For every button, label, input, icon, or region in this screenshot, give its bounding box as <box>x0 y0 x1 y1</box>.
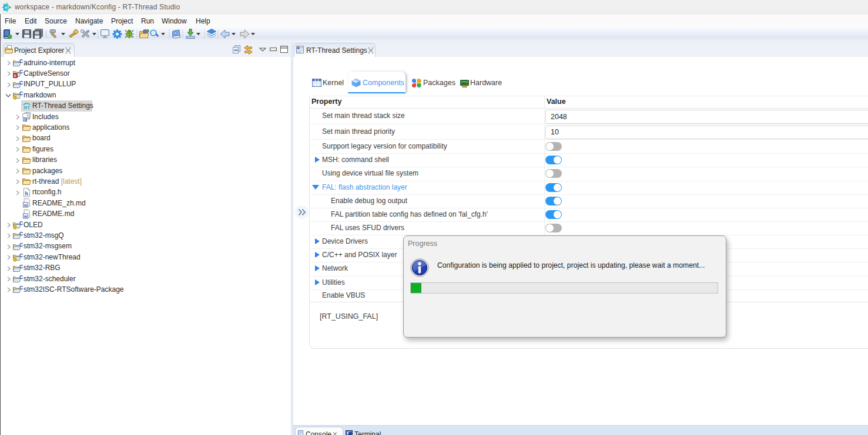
svg-text:RT: RT <box>5 6 9 9</box>
svg-text:h: h <box>24 117 26 122</box>
svg-text:w: w <box>24 214 28 218</box>
svg-text:C: C <box>19 285 23 291</box>
svg-text:!: ! <box>15 96 16 100</box>
svg-text:C: C <box>19 69 23 75</box>
svg-text:C: C <box>19 264 23 269</box>
svg-text:x: x <box>14 74 16 78</box>
svg-text:C: C <box>19 220 23 226</box>
svg-text:h: h <box>25 191 29 197</box>
svg-text:C: C <box>19 231 23 237</box>
svg-text:RT: RT <box>24 105 31 110</box>
svg-text:C: C <box>19 242 23 248</box>
svg-text:C: C <box>19 252 23 258</box>
svg-text:w: w <box>24 203 28 207</box>
svg-text:C: C <box>19 274 23 280</box>
svg-text:!: ! <box>15 258 16 262</box>
svg-text:C: C <box>19 80 23 86</box>
svg-text:C: C <box>19 58 23 64</box>
svg-text:!: ! <box>15 225 16 230</box>
svg-text:C: C <box>19 90 23 96</box>
